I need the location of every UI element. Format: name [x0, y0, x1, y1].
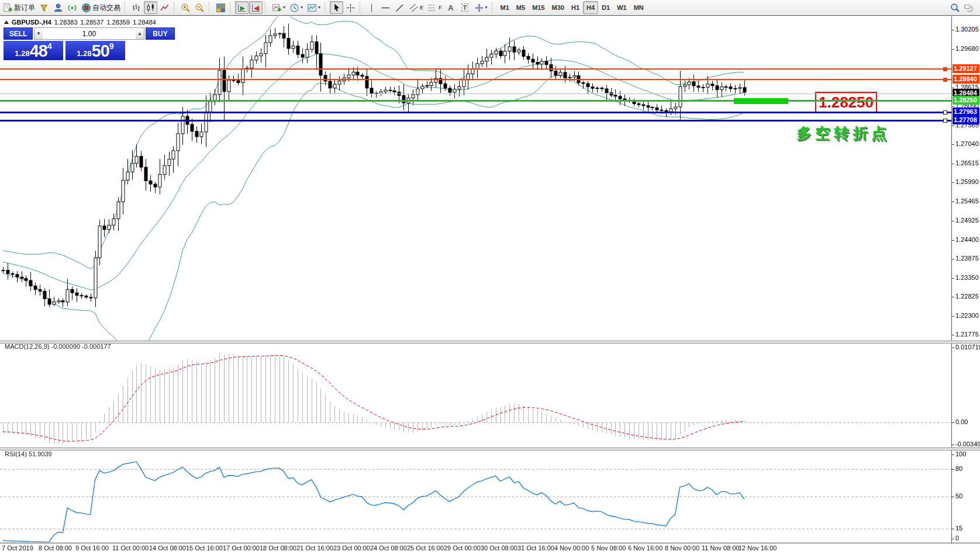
arrows-button[interactable]: ▾	[472, 1, 489, 14]
text-label-button[interactable]: T	[458, 1, 472, 14]
macd-pane-splitter[interactable]	[0, 341, 980, 344]
price-axis-tick: 80	[955, 465, 962, 472]
line-handle[interactable]	[943, 78, 947, 82]
timeframe-h1[interactable]: H1	[568, 1, 583, 14]
chart-shift-icon	[251, 3, 261, 13]
level-line[interactable]	[0, 79, 951, 80]
toolbar-separator	[360, 2, 363, 13]
timeframe-w1[interactable]: W1	[613, 1, 630, 14]
volume-spinner: ▼ ▲	[34, 27, 144, 40]
chart-canvas[interactable]	[0, 16, 952, 555]
text-icon: A	[448, 4, 453, 12]
price-axis-tick: 100	[955, 450, 966, 457]
time-axis-border	[0, 543, 980, 543]
fibonacci-button[interactable]: F	[426, 1, 444, 14]
horizontal-line-icon	[381, 3, 391, 13]
ohlc-open: 1.28383	[54, 19, 78, 26]
community-button[interactable]	[51, 1, 65, 14]
time-axis-label: 23 Oct 00:00	[333, 544, 370, 551]
price-axis-tick: 1.25465	[955, 197, 979, 204]
time-axis-label: 8 Nov 00:00	[665, 544, 699, 551]
sell-button[interactable]: SELL	[4, 27, 33, 40]
time-axis-label: 6 Nov 16:00	[628, 544, 662, 551]
chat-icon	[964, 3, 974, 13]
rsi-pane-splitter[interactable]	[0, 448, 980, 450]
symbol-title: GBPUSD-,H4	[12, 19, 51, 26]
level-line[interactable]	[0, 68, 951, 70]
cursor-icon	[332, 3, 341, 13]
buy-button[interactable]: BUY	[146, 27, 175, 40]
time-axis-label: 11 Oct 00:00	[112, 544, 149, 551]
line-handle[interactable]	[943, 110, 947, 115]
turning-point-note[interactable]: 多空转折点	[796, 123, 890, 144]
templates-button[interactable]: ▾	[305, 1, 322, 14]
new-order-button[interactable]: 新订单	[1, 1, 37, 14]
chevron-down-icon: ▾	[485, 5, 488, 10]
volume-increase-button[interactable]: ▲	[136, 28, 144, 39]
level-line[interactable]	[0, 100, 951, 102]
timeframe-m15[interactable]: M15	[529, 1, 548, 14]
buy-price-small: 1.28	[77, 49, 91, 58]
channel-button[interactable]: E	[407, 1, 425, 14]
time-axis-label: 5 Nov 08:00	[591, 544, 626, 551]
volume-input[interactable]	[43, 28, 136, 39]
vertical-line-button[interactable]	[365, 1, 378, 14]
time-axis-label: 17 Oct 00:00	[223, 544, 260, 551]
zoom-in-button[interactable]	[179, 1, 192, 14]
timeframe-d1[interactable]: D1	[598, 1, 613, 14]
line-handle[interactable]	[943, 119, 947, 123]
search-button[interactable]	[948, 1, 962, 14]
chart-shift-button[interactable]	[249, 1, 263, 14]
price-axis-tick: 1.21775	[955, 331, 979, 338]
indicators-button[interactable]: ▾	[270, 1, 287, 14]
sell-price-display[interactable]: 1.28 48 4	[4, 41, 63, 60]
cursor-button[interactable]	[330, 1, 343, 14]
price-axis-tick: 1.23350	[955, 274, 979, 281]
price-axis-tick: 0	[955, 535, 959, 542]
chat-button[interactable]	[962, 1, 975, 14]
line-chart-button[interactable]	[158, 1, 171, 14]
time-axis-label: 30 Oct 08:00	[481, 544, 517, 551]
toolbar-separator	[325, 2, 327, 13]
timeframe-m1[interactable]: M1	[497, 1, 513, 14]
buy-price-display[interactable]: 1.28 50 9	[65, 41, 125, 60]
timeframe-h4[interactable]: H4	[583, 1, 598, 14]
price-axis-tick: 0.010719	[955, 344, 980, 351]
level-line[interactable]	[0, 93, 951, 94]
trendline-button[interactable]	[393, 1, 406, 14]
line-handle[interactable]	[943, 67, 947, 71]
timeframe-mn[interactable]: MN	[630, 1, 647, 14]
signal-icon	[67, 3, 77, 13]
price-tag: 1.27963	[953, 107, 979, 116]
auto-scroll-button[interactable]	[235, 1, 249, 14]
timeframe-m5[interactable]: M5	[513, 1, 529, 14]
toolbar-separator	[492, 2, 495, 13]
signals-button[interactable]	[65, 1, 79, 14]
price-axis-tick: 15	[955, 525, 962, 532]
clock-icon	[289, 3, 299, 13]
crosshair-button[interactable]	[344, 1, 357, 14]
bar-chart-button[interactable]	[130, 1, 143, 14]
funnel-button[interactable]	[37, 1, 51, 14]
level-line[interactable]	[0, 120, 951, 122]
auto-trading-button[interactable]: 自动交易	[80, 1, 122, 14]
price-callout[interactable]: 1.28250	[815, 92, 877, 113]
buy-price-big: 50	[92, 43, 109, 60]
toolbar-separator	[174, 2, 177, 13]
text-button[interactable]: A	[444, 1, 458, 14]
new-order-icon	[3, 3, 13, 13]
collapse-icon[interactable]	[4, 20, 9, 24]
timeframe-m30[interactable]: M30	[548, 1, 568, 14]
zoom-out-button[interactable]	[193, 1, 206, 14]
tile-windows-icon	[216, 3, 226, 13]
volume-decrease-button[interactable]: ▼	[34, 28, 43, 39]
candlestick-button[interactable]	[144, 1, 157, 14]
level-line[interactable]	[0, 112, 951, 113]
price-axis-tick: 1.27040	[955, 140, 979, 147]
fibonacci-letter: F	[439, 5, 442, 11]
price-axis-tick: 1.26515	[955, 159, 979, 166]
zoom-in-icon	[181, 3, 191, 13]
periods-button[interactable]: ▾	[288, 1, 305, 14]
horizontal-line-button[interactable]	[379, 1, 392, 14]
tile-windows-button[interactable]	[214, 1, 227, 14]
